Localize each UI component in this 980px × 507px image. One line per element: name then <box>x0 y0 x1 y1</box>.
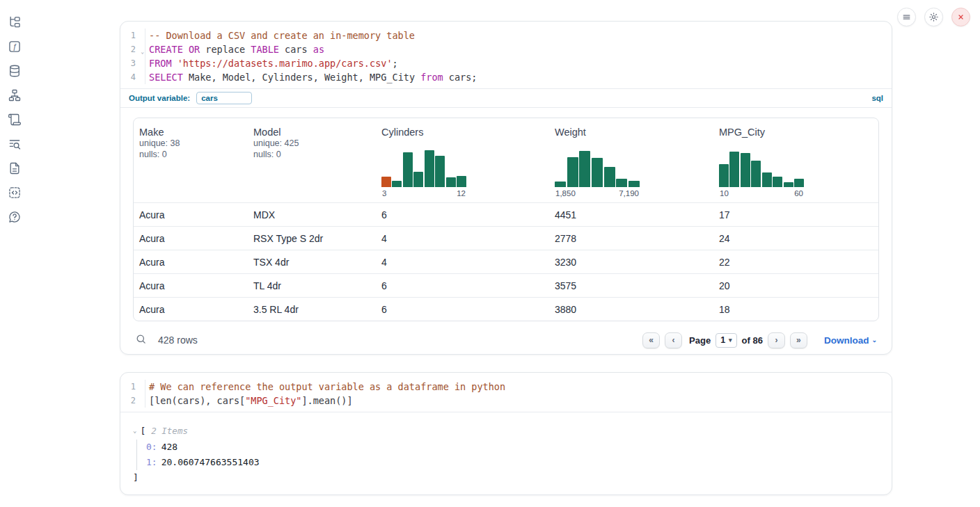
database-icon[interactable] <box>8 64 22 78</box>
table-row[interactable]: AcuraTL 4dr6357520 <box>134 273 878 297</box>
prev-page-icon: ‹ <box>672 335 675 345</box>
column-stat: nulls: 0 <box>139 149 242 160</box>
table-cell: 4 <box>376 233 549 244</box>
search-button[interactable] <box>135 333 149 347</box>
snippets-icon[interactable] <box>8 186 22 200</box>
histogram-bar <box>794 179 804 187</box>
python-code-editor[interactable]: 12 # We can reference the output variabl… <box>120 373 892 412</box>
column-name: Make <box>139 127 242 138</box>
line-number-gutter: 12 <box>120 380 145 408</box>
histogram-bar <box>579 151 590 187</box>
output-variable-row: Output variable: sql <box>120 88 892 107</box>
scratchpad-icon[interactable] <box>8 113 22 127</box>
column-header-make[interactable]: Makeunique: 38nulls: 0 <box>134 118 248 202</box>
column-name: Weight <box>555 127 708 138</box>
column-name: Model <box>253 127 370 138</box>
next-page-button[interactable]: › <box>768 332 785 348</box>
histogram-bar <box>392 181 402 187</box>
documentation-icon[interactable] <box>8 161 22 175</box>
column-header-model[interactable]: Modelunique: 425nulls: 0 <box>248 118 376 202</box>
sql-cell-output: Makeunique: 38nulls: 0Modelunique: 425nu… <box>120 107 892 355</box>
axis-max-label: 60 <box>794 189 803 199</box>
table-cell: TL 4dr <box>248 280 376 291</box>
list-entry: 1:20.060747663551403 <box>146 455 879 470</box>
code-lines: -- Download a CSV and create an in-memor… <box>145 29 892 84</box>
logs-search-icon[interactable] <box>8 137 22 151</box>
download-button[interactable]: Download ⌄ <box>824 335 877 346</box>
table-cell: RSX Type S 2dr <box>248 233 376 244</box>
table-row[interactable]: AcuraMDX6445117 <box>134 202 878 226</box>
table-cell: Acura <box>134 209 248 220</box>
table-cell: 6 <box>376 209 549 220</box>
histogram-bar <box>729 152 739 187</box>
dependency-graph-icon[interactable] <box>8 88 22 102</box>
table-cell: Acura <box>134 304 248 315</box>
table-cell: 6 <box>376 304 549 315</box>
line-number: 3 <box>120 56 145 70</box>
menu-button[interactable] <box>897 8 916 26</box>
table-row[interactable]: AcuraRSX Type S 2dr4277824 <box>134 226 878 250</box>
function-icon[interactable]: ƒ <box>8 40 22 54</box>
code-line: [len(cars), cars["MPG_City"].mean()] <box>145 394 892 408</box>
shutdown-button[interactable] <box>951 8 970 26</box>
histogram-bar <box>567 157 578 187</box>
collapse-chevron-icon[interactable]: ⌄ <box>133 427 136 434</box>
column-header-weight[interactable]: Weight1,8507,190 <box>549 118 713 202</box>
table-body: AcuraMDX6445117AcuraRSX Type S 2dr427782… <box>134 202 878 321</box>
sql-code-editor[interactable]: 12⌄34 -- Download a CSV and create an in… <box>120 22 892 88</box>
sidebar: ƒ <box>8 15 22 224</box>
histogram-bar <box>719 164 729 187</box>
column-histogram[interactable]: 312 <box>381 150 466 199</box>
table-cell: 4451 <box>549 209 713 220</box>
histogram-bar <box>762 172 772 187</box>
list-viewer-header: ⌄ [ 2 Items <box>133 424 879 437</box>
column-header-cylinders[interactable]: Cylinders312 <box>376 118 549 202</box>
line-number: 4 <box>120 70 145 84</box>
table-row[interactable]: AcuraTSX 4dr4323022 <box>134 250 878 273</box>
axis-max-label: 7,190 <box>619 189 639 199</box>
line-number-gutter: 12⌄34 <box>120 29 145 84</box>
list-entry: 0:428 <box>146 440 879 455</box>
first-page-button[interactable]: « <box>642 332 660 348</box>
column-stat: unique: 38 <box>139 138 242 149</box>
settings-button[interactable] <box>924 8 943 26</box>
code-line: CREATE OR replace TABLE cars as <box>145 42 892 56</box>
output-variable-input[interactable] <box>196 92 252 104</box>
histogram-bar <box>604 167 615 187</box>
gear-icon <box>928 12 939 22</box>
column-histogram[interactable]: 1,8507,190 <box>555 150 640 199</box>
page-select[interactable]: 1 ▾ <box>716 333 736 348</box>
table-cell: Acura <box>134 280 248 291</box>
entry-key: 0: <box>146 442 157 452</box>
table-cell: 24 <box>713 233 878 244</box>
topbar <box>897 8 970 26</box>
histogram-bar <box>629 181 640 187</box>
file-tree-icon[interactable] <box>8 15 22 29</box>
prev-page-button[interactable]: ‹ <box>665 332 682 348</box>
python-cell: 12 # We can reference the output variabl… <box>120 372 892 495</box>
chevron-down-icon: ▾ <box>729 337 732 344</box>
column-header-mpg_city[interactable]: MPG_City1060 <box>713 118 878 202</box>
page-total-label: of 86 <box>742 335 763 346</box>
help-icon[interactable] <box>8 210 22 224</box>
entry-value: 428 <box>161 442 177 452</box>
table-cell: Acura <box>134 257 248 268</box>
code-line: FROM 'https://datasets.marimo.app/cars.c… <box>145 56 892 70</box>
table-header: Makeunique: 38nulls: 0Modelunique: 425nu… <box>134 118 878 202</box>
column-histogram[interactable]: 1060 <box>719 150 804 199</box>
axis-min-label: 3 <box>382 189 386 199</box>
last-page-button[interactable]: » <box>790 332 807 348</box>
axis-min-label: 10 <box>720 189 729 199</box>
table-cell: 6 <box>376 280 549 291</box>
table-row[interactable]: Acura3.5 RL 4dr6388018 <box>134 297 878 321</box>
language-badge[interactable]: sql <box>871 94 883 102</box>
pagination: « ‹ Page 1 ▾ of 86 › » Download ⌄ <box>642 332 877 348</box>
entry-key: 1: <box>146 457 157 467</box>
histogram-bar <box>425 150 434 187</box>
line-number: 1 <box>120 29 145 42</box>
axis-max-label: 12 <box>457 189 466 199</box>
page-label: Page <box>689 335 711 346</box>
close-icon <box>956 12 966 22</box>
items-count-label: 2 Items <box>151 426 188 436</box>
histogram-bar <box>773 177 782 187</box>
